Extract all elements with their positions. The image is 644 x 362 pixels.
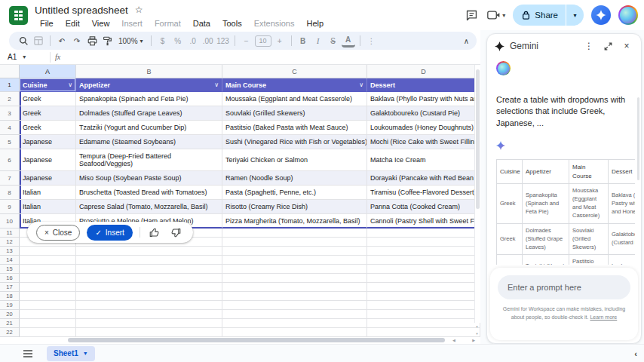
gemini-expand-icon[interactable] — [601, 39, 615, 53]
collapse-panel-icon[interactable]: ‹ — [634, 349, 637, 358]
grid-cell[interactable]: Greek — [20, 121, 76, 135]
grid-cell[interactable] — [367, 247, 480, 256]
grid-cell[interactable]: Spanakopita (Spinach and Feta Pie) — [76, 92, 222, 106]
row-number-14[interactable]: 14 — [0, 256, 20, 265]
grid-cell[interactable]: Greek — [20, 92, 76, 106]
grid-cell[interactable]: Souvlaki (Grilled Skewers) — [222, 106, 367, 121]
grid-cell[interactable] — [222, 238, 367, 247]
row-number-9[interactable]: 9 — [0, 200, 20, 214]
grid-cell[interactable] — [20, 310, 76, 319]
column-header-C[interactable]: C — [222, 65, 367, 78]
redo-icon[interactable]: ↷ — [70, 34, 84, 48]
row-number-15[interactable]: 15 — [0, 265, 20, 274]
font-size-input[interactable]: 10 — [255, 35, 271, 47]
row-number-12[interactable]: 12 — [0, 238, 20, 247]
comments-icon[interactable] — [463, 7, 480, 23]
row-number-11[interactable]: 11 — [0, 229, 20, 238]
grid-cell[interactable]: Baklava (Phyllo Pastry with Nuts and Hon… — [367, 92, 480, 106]
grid-cell[interactable]: Ramen (Noodle Soup) — [222, 171, 367, 186]
bold-icon[interactable]: B — [296, 34, 310, 48]
grid-cell[interactable] — [20, 292, 76, 301]
table-header-cell[interactable]: Appetizer∨ — [76, 78, 222, 92]
grid-cell[interactable]: Loukoumades (Honey Doughnuts) — [367, 121, 480, 135]
row-number-6[interactable]: 6 — [0, 149, 20, 171]
grid-cell[interactable] — [76, 283, 222, 292]
gemini-button[interactable] — [591, 5, 611, 25]
grid-cell[interactable] — [367, 328, 480, 337]
toolbar-more-icon[interactable]: ⋮ — [365, 34, 379, 48]
row-number-3[interactable]: 3 — [0, 106, 20, 121]
sheets-logo-icon[interactable] — [9, 6, 28, 25]
grid-cell[interactable] — [20, 247, 76, 256]
grid-cell[interactable] — [76, 274, 222, 283]
grid-cell[interactable] — [76, 292, 222, 301]
grid-cell[interactable]: Italian — [20, 200, 76, 214]
grid-cell[interactable] — [222, 247, 367, 256]
column-header-B[interactable]: B — [76, 65, 222, 78]
format-currency-icon[interactable]: $ — [156, 34, 170, 48]
format-percent-icon[interactable]: % — [171, 34, 185, 48]
row-number-4[interactable]: 4 — [0, 121, 20, 135]
dropdown-chevron-icon[interactable]: ∨ — [68, 81, 72, 88]
account-avatar[interactable] — [618, 5, 638, 25]
grid-cell[interactable] — [222, 283, 367, 292]
grid-cell[interactable]: Risotto (Creamy Rice Dish) — [222, 200, 367, 214]
grid-cell[interactable] — [76, 328, 222, 337]
menu-item-edit[interactable]: Edit — [60, 18, 85, 29]
grid-cell[interactable]: Caprese Salad (Tomato, Mozzarella, Basil… — [76, 200, 222, 214]
column-header-A[interactable]: A — [20, 65, 76, 78]
paint-format-icon[interactable] — [100, 34, 114, 48]
table-grid-icon[interactable] — [32, 34, 45, 48]
more-formats-icon[interactable]: 123 — [216, 34, 230, 48]
row-number-21[interactable]: 21 — [0, 319, 20, 328]
row-number-16[interactable]: 16 — [0, 274, 20, 283]
sheet-tab[interactable]: Sheet1 ▼ — [47, 346, 95, 361]
menu-item-file[interactable]: File — [35, 18, 59, 29]
search-icon[interactable] — [17, 34, 30, 48]
grid-cell[interactable] — [367, 229, 480, 238]
grid-cell[interactable]: Japanese — [20, 149, 76, 171]
row-number-17[interactable]: 17 — [0, 283, 20, 292]
horizontal-scrollbar[interactable] — [20, 337, 451, 343]
zoom-control[interactable]: 100% ▾ — [115, 37, 146, 45]
grid-cell[interactable]: Bruschetta (Toasted Bread with Tomatoes) — [76, 186, 222, 200]
grid-cell[interactable] — [76, 301, 222, 310]
row-number-18[interactable]: 18 — [0, 292, 20, 301]
grid-cell[interactable]: Japanese — [20, 171, 76, 186]
italic-icon[interactable]: I — [311, 34, 325, 48]
grid-cell[interactable] — [76, 319, 222, 328]
grid-cell[interactable]: Pasta (Spaghetti, Penne, etc.) — [222, 186, 367, 200]
scroll-up-icon[interactable]: ▲ — [476, 324, 479, 328]
undo-icon[interactable]: ↶ — [55, 34, 69, 48]
grid-cell[interactable] — [367, 265, 480, 274]
row-number-1[interactable]: 1 — [0, 78, 20, 92]
select-all-corner[interactable] — [0, 65, 20, 78]
vertical-scrollbar-thumb[interactable] — [476, 69, 480, 209]
insert-button[interactable]: ✓ Insert — [87, 225, 132, 241]
grid-cell[interactable]: Tempura (Deep-Fried Battered Seafood/Veg… — [76, 149, 222, 171]
grid-cell[interactable] — [222, 256, 367, 265]
grid-cell[interactable] — [367, 301, 480, 310]
name-box[interactable]: A1 ▾ — [0, 53, 45, 61]
grid-cell[interactable]: Galaktoboureko (Custard Pie) — [367, 106, 480, 121]
row-number-13[interactable]: 13 — [0, 247, 20, 256]
grid-cell[interactable]: Dorayaki (Pancake with Red Bean Paste) — [367, 171, 480, 186]
grid-cell[interactable]: Italian — [20, 186, 76, 200]
share-button[interactable]: Share ▾ — [513, 5, 584, 26]
grid-cell[interactable] — [222, 229, 367, 238]
row-number-2[interactable]: 2 — [0, 92, 20, 106]
menu-item-tools[interactable]: Tools — [217, 18, 247, 29]
grid-cell[interactable] — [20, 256, 76, 265]
grid-cell[interactable] — [20, 319, 76, 328]
grid-cell[interactable]: Matcha Ice Cream — [367, 149, 480, 171]
grid-cell[interactable]: Miso Soup (Soybean Paste Soup) — [76, 171, 222, 186]
learn-more-link[interactable]: Learn more — [590, 314, 617, 320]
row-number-8[interactable]: 8 — [0, 186, 20, 200]
collapse-toolbar-icon[interactable]: ∧ — [464, 37, 469, 45]
grid-cell[interactable]: Tiramisu (Coffee-Flavored Dessert) — [367, 186, 480, 200]
grid-cell[interactable] — [222, 292, 367, 301]
grid-cell[interactable] — [76, 256, 222, 265]
dropdown-chevron-icon[interactable]: ∨ — [214, 81, 219, 88]
grid-cell[interactable]: Moussaka (Eggplant and Meat Casserole) — [222, 92, 367, 106]
meet-button[interactable]: ▾ — [487, 10, 505, 20]
